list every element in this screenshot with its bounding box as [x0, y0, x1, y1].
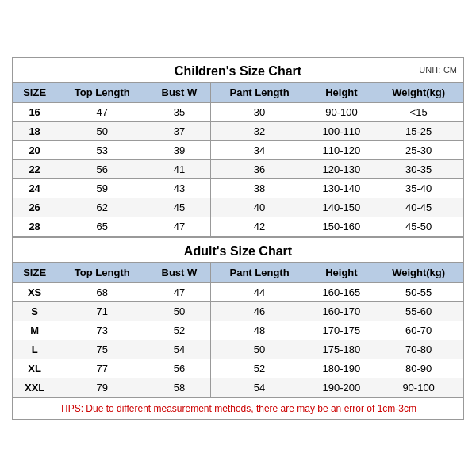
- adult-table: SIZE Top Length Bust W Pant Length Heigh…: [13, 262, 463, 397]
- table-cell: 58: [148, 378, 210, 397]
- table-row: XS684744160-16550-55: [13, 282, 463, 301]
- table-cell: XS: [13, 282, 56, 301]
- col-header-bust-w: Bust W: [148, 82, 210, 102]
- table-cell: 40-45: [374, 198, 463, 217]
- col-header-weight: Weight(kg): [374, 82, 463, 102]
- table-cell: 75: [56, 340, 148, 359]
- table-cell: 100-110: [309, 121, 374, 140]
- adult-header-row: SIZE Top Length Bust W Pant Length Heigh…: [13, 262, 463, 282]
- adult-col-header-height: Height: [309, 262, 374, 282]
- table-row: M735248170-17560-70: [13, 321, 463, 340]
- table-cell: 45-50: [374, 217, 463, 236]
- table-cell: 50-55: [374, 282, 463, 301]
- table-cell: 16: [13, 102, 56, 121]
- col-header-height: Height: [309, 82, 374, 102]
- adult-col-header-size: SIZE: [13, 262, 56, 282]
- table-cell: M: [13, 321, 56, 340]
- table-cell: 65: [56, 217, 148, 236]
- table-cell: 53: [56, 140, 148, 159]
- table-cell: 50: [210, 340, 309, 359]
- table-cell: 54: [148, 340, 210, 359]
- table-cell: 25-30: [374, 140, 463, 159]
- table-cell: 175-180: [309, 340, 374, 359]
- table-cell: 38: [210, 178, 309, 198]
- table-cell: 47: [148, 282, 210, 301]
- table-cell: 110-120: [309, 140, 374, 159]
- table-cell: 42: [210, 217, 309, 236]
- table-cell: S: [13, 301, 56, 321]
- table-cell: 70-80: [374, 340, 463, 359]
- table-cell: 47: [148, 217, 210, 236]
- table-row: 24594338130-14035-40: [13, 178, 463, 198]
- adult-col-header-bust-w: Bust W: [148, 262, 210, 282]
- table-cell: 56: [56, 159, 148, 178]
- table-cell: 28: [13, 217, 56, 236]
- table-row: 20533934110-12025-30: [13, 140, 463, 159]
- table-cell: 37: [148, 121, 210, 140]
- table-row: L755450175-18070-80: [13, 340, 463, 359]
- table-cell: 39: [148, 140, 210, 159]
- size-chart-container: Children's Size Chart UNIT: CM SIZE Top …: [12, 57, 464, 420]
- table-row: 22564136120-13030-35: [13, 159, 463, 178]
- table-cell: 140-150: [309, 198, 374, 217]
- table-cell: 68: [56, 282, 148, 301]
- col-header-pant-length: Pant Length: [210, 82, 309, 102]
- table-cell: 15-25: [374, 121, 463, 140]
- table-cell: 41: [148, 159, 210, 178]
- table-cell: 190-200: [309, 378, 374, 397]
- table-row: 28654742150-16045-50: [13, 217, 463, 236]
- children-title: Children's Size Chart UNIT: CM: [13, 58, 463, 82]
- table-cell: 43: [148, 178, 210, 198]
- table-cell: 26: [13, 198, 56, 217]
- table-row: 26624540140-15040-45: [13, 198, 463, 217]
- table-cell: 73: [56, 321, 148, 340]
- table-cell: 48: [210, 321, 309, 340]
- table-cell: 40: [210, 198, 309, 217]
- table-cell: 130-140: [309, 178, 374, 198]
- adult-col-header-weight: Weight(kg): [374, 262, 463, 282]
- table-cell: 20: [13, 140, 56, 159]
- table-cell: 52: [210, 359, 309, 378]
- table-cell: 90-100: [374, 378, 463, 397]
- table-cell: 22: [13, 159, 56, 178]
- table-cell: 18: [13, 121, 56, 140]
- table-row: XXL795854190-20090-100: [13, 378, 463, 397]
- table-cell: 90-100: [309, 102, 374, 121]
- table-cell: 62: [56, 198, 148, 217]
- table-cell: 80-90: [374, 359, 463, 378]
- col-header-size: SIZE: [13, 82, 56, 102]
- table-cell: 54: [210, 378, 309, 397]
- table-cell: 30-35: [374, 159, 463, 178]
- table-cell: 34: [210, 140, 309, 159]
- table-cell: 180-190: [309, 359, 374, 378]
- table-cell: 30: [210, 102, 309, 121]
- table-cell: 60-70: [374, 321, 463, 340]
- tips-text: TIPS: Due to different measurement metho…: [13, 397, 463, 419]
- table-cell: L: [13, 340, 56, 359]
- table-cell: 120-130: [309, 159, 374, 178]
- table-cell: 35: [148, 102, 210, 121]
- table-cell: 46: [210, 301, 309, 321]
- table-cell: 170-175: [309, 321, 374, 340]
- adult-col-header-pant-length: Pant Length: [210, 262, 309, 282]
- table-cell: 24: [13, 178, 56, 198]
- table-cell: 32: [210, 121, 309, 140]
- table-cell: 56: [148, 359, 210, 378]
- table-cell: 50: [148, 301, 210, 321]
- table-cell: 55-60: [374, 301, 463, 321]
- children-header-row: SIZE Top Length Bust W Pant Length Heigh…: [13, 82, 463, 102]
- table-cell: <15: [374, 102, 463, 121]
- adult-title: Adult's Size Chart: [13, 236, 463, 262]
- table-cell: 44: [210, 282, 309, 301]
- table-row: 18503732100-11015-25: [13, 121, 463, 140]
- table-cell: 35-40: [374, 178, 463, 198]
- table-cell: 150-160: [309, 217, 374, 236]
- table-cell: 45: [148, 198, 210, 217]
- col-header-top-length: Top Length: [56, 82, 148, 102]
- table-cell: 79: [56, 378, 148, 397]
- table-row: S715046160-17055-60: [13, 301, 463, 321]
- table-cell: 50: [56, 121, 148, 140]
- table-cell: 59: [56, 178, 148, 198]
- unit-label: UNIT: CM: [419, 65, 457, 75]
- table-cell: 160-170: [309, 301, 374, 321]
